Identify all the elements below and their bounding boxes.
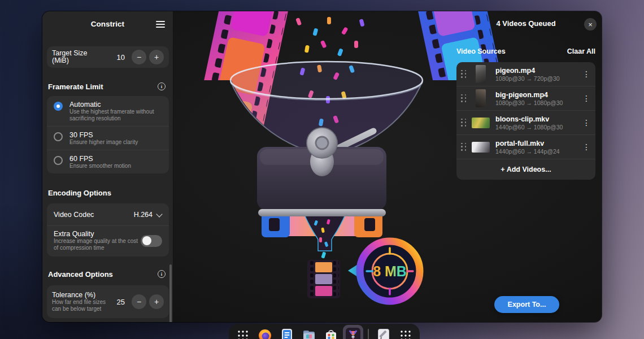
video-thumbnail <box>471 112 490 133</box>
drag-handle-icon[interactable] <box>461 70 467 79</box>
size-badge: 8 MB <box>348 241 420 301</box>
tolerance-value: 25 <box>117 298 125 306</box>
output-film <box>307 260 340 298</box>
dock-separator <box>368 329 369 339</box>
tolerance-card: Tolerance (%) How far end file sizes can… <box>47 285 169 318</box>
radio-selected-icon[interactable] <box>54 102 63 111</box>
tolerance-stepper: 25 − + <box>117 294 164 309</box>
add-videos-button[interactable]: + Add Videos... <box>456 159 595 180</box>
tolerance-label: Tolerance (%) <box>52 291 117 299</box>
row-menu-icon[interactable]: ⋮ <box>581 116 592 129</box>
badge-text: 8 MB <box>373 263 407 279</box>
video-row[interactable]: bloons-clip.mkv 1440p@60 → 1080p@30 ⋮ <box>456 111 595 135</box>
advanced-heading: Advanced Options <box>48 270 113 279</box>
video-row[interactable]: portal-full.mkv 1440p@60 → 144p@24 ⋮ <box>456 135 595 159</box>
row-menu-icon[interactable]: ⋮ <box>581 67 592 81</box>
app-grid-icon[interactable] <box>398 328 413 339</box>
radio-icon[interactable] <box>54 132 63 141</box>
target-size-label: Target Size (MiB) <box>52 50 117 64</box>
framerate-option-60fps[interactable]: 60 FPS Ensure smoother motion <box>47 150 169 173</box>
chevron-down-icon <box>156 212 162 218</box>
video-thumbnail <box>471 64 490 84</box>
drag-handle-icon[interactable] <box>461 119 467 127</box>
export-button[interactable]: Export To... <box>494 296 559 313</box>
sidebar: Constrict Target Size (MiB) 10 − + Frame… <box>42 11 173 322</box>
advanced-info-icon[interactable]: i <box>158 270 166 278</box>
framerate-option-30fps[interactable]: 30 FPS Ensure higher image clarity <box>47 127 169 150</box>
target-size-minus-button[interactable]: − <box>132 50 146 64</box>
target-size-value: 10 <box>117 53 125 62</box>
video-list: pigeon.mp4 1080p@30 → 720p@30 ⋮ big-pige… <box>456 62 595 180</box>
files-icon[interactable] <box>302 328 316 339</box>
sidebar-header: Constrict <box>42 11 173 37</box>
framerate-info-icon[interactable]: i <box>158 82 166 90</box>
constrict-dock-icon[interactable] <box>346 328 360 339</box>
app-title: Constrict <box>91 20 124 28</box>
tolerance-minus-button[interactable]: − <box>132 294 146 309</box>
row-menu-icon[interactable]: ⋮ <box>581 92 592 105</box>
target-size-stepper: 10 − + <box>117 50 164 64</box>
video-row[interactable]: pigeon.mp4 1080p@30 → 720p@30 ⋮ <box>456 62 595 86</box>
video-codec-dropdown[interactable]: Video Codec H.264 <box>47 203 169 226</box>
drag-handle-icon[interactable] <box>461 94 467 103</box>
notes-icon[interactable] <box>376 328 391 339</box>
target-size-card: Target Size (MiB) 10 − + <box>47 46 169 68</box>
framerate-card: Automatic Use the highest framerate with… <box>47 96 169 173</box>
target-size-plus-button[interactable]: + <box>149 50 164 64</box>
app-grid-icon[interactable] <box>236 328 250 339</box>
encoding-card: Video Codec H.264 Extra Quality Increase… <box>47 203 169 257</box>
queue-panel: 4 Videos Queued × Video Sources Claar Al… <box>456 11 595 322</box>
queue-title: 4 Videos Queued <box>456 19 595 28</box>
desktop: Constrict Target Size (MiB) 10 − + Frame… <box>0 0 644 339</box>
main-menu-icon[interactable] <box>154 18 167 31</box>
drag-handle-icon[interactable] <box>461 143 467 151</box>
codec-value: H.264 <box>134 211 153 219</box>
row-menu-icon[interactable]: ⋮ <box>581 140 592 154</box>
tolerance-plus-button[interactable]: + <box>149 294 164 309</box>
extra-quality-row: Extra Quality Increase image quality at … <box>47 226 169 257</box>
radio-icon[interactable] <box>54 156 63 165</box>
video-thumbnail <box>471 88 490 108</box>
encoding-heading: Encoding Options <box>48 189 111 197</box>
software-store-icon[interactable] <box>324 328 338 339</box>
text-editor-icon[interactable] <box>280 328 294 339</box>
content-pane: 8 MB 4 Videos Queued × Video Sources Cla… <box>173 11 602 322</box>
video-row[interactable]: big-pigeon.mp4 1080p@30 → 1080p@30 ⋮ <box>456 86 595 111</box>
tolerance-desc: How far end file sizes can be below targ… <box>52 299 106 312</box>
sidebar-scrollbar[interactable] <box>169 264 172 322</box>
constrict-window: Constrict Target Size (MiB) 10 − + Frame… <box>42 11 602 322</box>
framerate-heading: Framerate Limit <box>48 82 103 91</box>
video-thumbnail <box>471 137 490 157</box>
clear-all-button[interactable]: Claar All <box>567 47 595 55</box>
video-sources-label: Video Sources <box>456 47 567 55</box>
firefox-icon[interactable] <box>258 328 272 339</box>
close-icon[interactable]: × <box>584 18 597 31</box>
framerate-option-automatic[interactable]: Automatic Use the highest framerate with… <box>47 96 169 127</box>
extra-quality-toggle[interactable] <box>141 235 162 247</box>
dock <box>229 324 420 339</box>
